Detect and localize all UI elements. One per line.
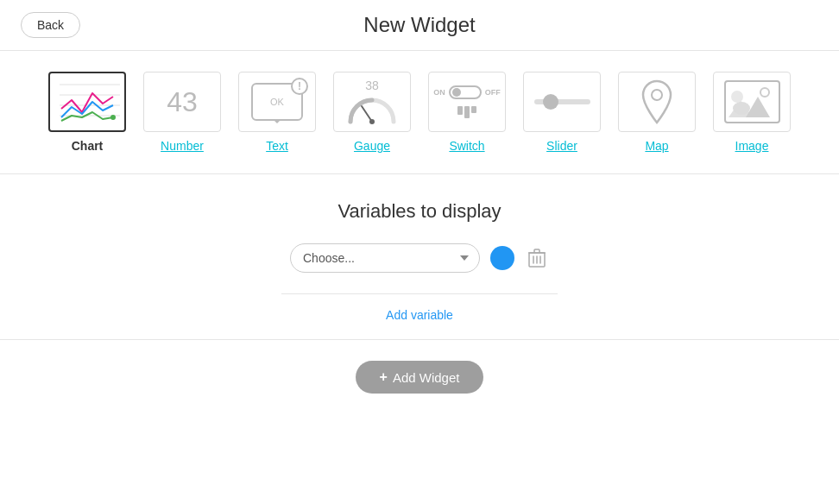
widget-type-number[interactable]: 43 Number <box>135 72 230 153</box>
slider-thumb <box>543 94 558 110</box>
variable-select[interactable]: Choose... <box>290 243 480 273</box>
plus-icon: + <box>380 369 388 385</box>
map-pin-svg <box>640 79 674 124</box>
sw-on-label: ON <box>433 88 445 97</box>
switch-visual: ON OFF <box>432 76 502 128</box>
number-label: Number <box>161 139 204 153</box>
header: Back New Widget <box>0 0 839 51</box>
page-title: New Widget <box>363 13 475 37</box>
map-icon-box <box>618 72 696 132</box>
svg-point-7 <box>652 90 662 100</box>
sw-bar-3 <box>471 106 476 113</box>
switch-label: Switch <box>449 139 484 153</box>
widget-type-slider[interactable]: Slider <box>514 72 609 153</box>
chart-icon-box <box>48 72 126 132</box>
gauge-label: Gauge <box>354 139 390 153</box>
back-button[interactable]: Back <box>21 12 80 38</box>
widget-type-text[interactable]: OK ! Text <box>230 72 325 153</box>
footer-section: + Add Widget <box>0 340 839 414</box>
add-widget-label: Add Widget <box>393 370 460 385</box>
text-label: Text <box>266 139 288 153</box>
gauge-number: 38 <box>365 79 379 92</box>
number-display: 43 <box>167 86 198 118</box>
image-visual <box>717 76 786 128</box>
sw-track <box>449 85 482 99</box>
image-placeholder <box>724 80 780 123</box>
text-icon-box: OK ! <box>238 72 316 132</box>
switch-toggle: ON OFF <box>433 85 501 99</box>
chart-label: Chart <box>72 139 104 153</box>
color-picker-dot[interactable] <box>490 246 514 270</box>
switch-icon-box: ON OFF <box>428 72 506 132</box>
sw-bars <box>457 106 476 118</box>
variables-section: Variables to display Choose... Add varia… <box>0 174 839 340</box>
svg-point-6 <box>369 119 375 124</box>
image-label: Image <box>735 139 769 153</box>
img-sun <box>760 87 770 98</box>
text-alert-badge: ! <box>291 78 308 95</box>
widget-types-row: Chart 43 Number OK ! Text <box>52 72 787 153</box>
number-icon-box: 43 <box>143 72 221 132</box>
slider-track <box>534 99 590 104</box>
slider-icon-box <box>523 72 601 132</box>
gauge-visual: 38 <box>337 76 407 128</box>
divider <box>281 293 558 294</box>
map-label: Map <box>645 139 668 153</box>
sw-thumb <box>452 88 461 97</box>
svg-line-5 <box>362 106 372 122</box>
chart-svg <box>53 76 122 128</box>
sw-bar-2 <box>464 106 470 118</box>
text-icon-visual: OK ! <box>243 76 312 128</box>
gauge-icon-box: 38 <box>333 72 411 132</box>
add-widget-button[interactable]: + Add Widget <box>356 361 484 394</box>
trash-icon <box>528 249 546 268</box>
add-variable-button[interactable]: Add variable <box>386 308 453 322</box>
text-ok-label: OK <box>270 97 284 107</box>
widget-type-image[interactable]: Image <box>704 72 799 153</box>
widget-type-gauge[interactable]: 38 Gauge <box>325 72 420 153</box>
svg-point-10 <box>731 91 743 103</box>
widget-types-section: Chart 43 Number OK ! Text <box>0 51 839 174</box>
slider-label: Slider <box>546 139 577 153</box>
image-icon-box <box>713 72 791 132</box>
variable-row: Choose... <box>290 243 549 273</box>
map-visual <box>622 76 691 128</box>
gauge-svg <box>346 94 398 125</box>
sw-off-label: OFF <box>485 88 501 97</box>
widget-type-map[interactable]: Map <box>609 72 704 153</box>
variables-title: Variables to display <box>337 200 501 223</box>
widget-type-chart[interactable]: Chart <box>40 72 135 153</box>
sw-bar-1 <box>457 106 463 115</box>
widget-type-switch[interactable]: ON OFF Switch <box>420 72 514 153</box>
text-bubble: OK ! <box>251 83 303 121</box>
delete-variable-button[interactable] <box>525 246 549 270</box>
svg-marker-9 <box>746 97 770 117</box>
svg-point-4 <box>110 115 116 120</box>
slider-visual <box>527 76 596 128</box>
